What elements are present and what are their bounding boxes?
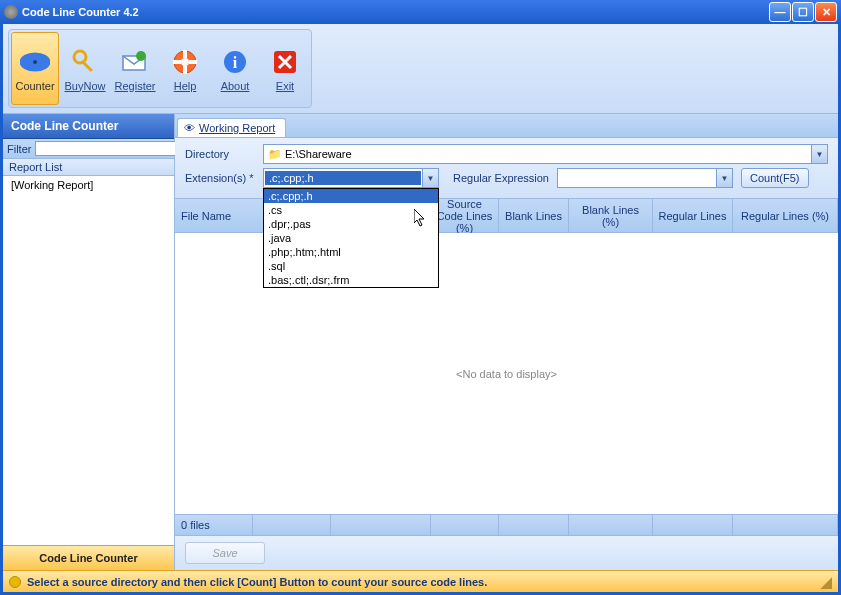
report-list-header: Report List xyxy=(3,159,174,176)
chevron-down-icon[interactable]: ▼ xyxy=(716,169,732,187)
filter-label: Filter xyxy=(7,143,31,155)
sidebar: Code Line Counter Filter Report List [Wo… xyxy=(3,114,175,570)
exit-button[interactable]: Exit xyxy=(261,32,309,105)
help-icon xyxy=(169,46,201,78)
svg-point-8 xyxy=(181,58,189,66)
col-blank-lines-pct[interactable]: Blank Lines (%) xyxy=(569,199,653,232)
dropdown-item[interactable]: .sql xyxy=(264,259,438,273)
tab-eye-icon: 👁 xyxy=(184,122,195,134)
exit-label: Exit xyxy=(276,80,294,92)
about-button[interactable]: i About xyxy=(211,32,259,105)
report-list[interactable]: [Working Report] xyxy=(3,176,174,545)
filter-row: Filter xyxy=(3,139,174,159)
regex-combo[interactable]: ▼ xyxy=(557,168,733,188)
maximize-button[interactable]: ☐ xyxy=(792,2,814,22)
register-icon xyxy=(119,46,151,78)
col-source-code-pct[interactable]: Source Code Lines (%) xyxy=(431,199,499,232)
tab-label: Working Report xyxy=(199,122,275,134)
dropdown-item[interactable]: .java xyxy=(264,231,438,245)
controls-panel: Directory 📁E:\Shareware ▼ Extension(s) *… xyxy=(175,138,838,199)
dropdown-item[interactable]: .cs xyxy=(264,203,438,217)
sidebar-footer: Code Line Counter xyxy=(3,545,174,570)
eye-icon xyxy=(19,46,51,78)
chevron-down-icon[interactable]: ▼ xyxy=(811,145,827,163)
dropdown-item[interactable]: .bas;.ctl;.dsr;.frm xyxy=(264,273,438,287)
tab-row: 👁 Working Report xyxy=(175,114,838,138)
svg-point-6 xyxy=(136,51,146,61)
folder-icon: 📁 xyxy=(268,148,282,160)
close-button[interactable]: ✕ xyxy=(815,2,837,22)
regex-label: Regular Expression xyxy=(453,172,549,184)
about-label: About xyxy=(221,80,250,92)
status-text: Select a source directory and then click… xyxy=(27,576,487,588)
no-data-text: <No data to display> xyxy=(456,368,557,380)
minimize-button[interactable]: — xyxy=(769,2,791,22)
counter-label: Counter xyxy=(15,80,54,92)
col-blank-lines[interactable]: Blank Lines xyxy=(499,199,569,232)
grid-footer: 0 files xyxy=(175,514,838,536)
buynow-button[interactable]: BuyNow xyxy=(61,32,109,105)
app-title: Code Line Counter 4.2 xyxy=(22,6,768,18)
directory-label: Directory xyxy=(185,148,263,160)
extensions-label: Extension(s) * xyxy=(185,172,263,184)
filter-input[interactable] xyxy=(35,141,179,156)
save-button[interactable]: Save xyxy=(185,542,265,564)
info-icon: i xyxy=(219,46,251,78)
svg-rect-10 xyxy=(183,66,187,74)
svg-rect-4 xyxy=(81,60,93,72)
svg-rect-9 xyxy=(183,50,187,58)
dropdown-item[interactable]: .php;.htm;.html xyxy=(264,245,438,259)
svg-text:i: i xyxy=(233,54,238,71)
main-toolbar: Counter BuyNow Register Help xyxy=(3,24,838,114)
counter-button[interactable]: Counter xyxy=(11,32,59,105)
dropdown-item[interactable]: .c;.cpp;.h xyxy=(264,189,438,203)
bulb-icon xyxy=(9,576,21,588)
app-icon xyxy=(4,5,18,19)
col-regular-lines[interactable]: Regular Lines xyxy=(653,199,733,232)
svg-rect-12 xyxy=(189,60,197,64)
status-bar: Select a source directory and then click… xyxy=(3,570,838,592)
titlebar: Code Line Counter 4.2 — ☐ ✕ xyxy=(0,0,841,24)
directory-combo[interactable]: 📁E:\Shareware ▼ xyxy=(263,144,828,164)
tab-working-report[interactable]: 👁 Working Report xyxy=(177,118,286,137)
key-icon xyxy=(69,46,101,78)
directory-value: 📁E:\Shareware xyxy=(264,148,811,161)
svg-point-2 xyxy=(33,60,37,64)
count-button[interactable]: Count(F5) xyxy=(741,168,809,188)
col-regular-lines-pct[interactable]: Regular Lines (%) xyxy=(733,199,838,232)
register-button[interactable]: Register xyxy=(111,32,159,105)
extensions-value: .c;.cpp;.h xyxy=(265,171,421,185)
save-bar: Save xyxy=(175,536,838,570)
resize-grip[interactable]: ◢ xyxy=(821,574,832,590)
sidebar-header: Code Line Counter xyxy=(3,114,174,139)
exit-icon xyxy=(269,46,301,78)
chevron-down-icon[interactable]: ▼ xyxy=(422,169,438,187)
extensions-combo[interactable]: .c;.cpp;.h ▼ .c;.cpp;.h .cs .dpr;.pas .j… xyxy=(263,168,439,188)
register-label: Register xyxy=(115,80,156,92)
buynow-label: BuyNow xyxy=(65,80,106,92)
file-count: 0 files xyxy=(175,515,253,535)
help-label: Help xyxy=(174,80,197,92)
dropdown-item[interactable]: .dpr;.pas xyxy=(264,217,438,231)
extensions-dropdown[interactable]: .c;.cpp;.h .cs .dpr;.pas .java .php;.htm… xyxy=(263,188,439,288)
svg-rect-11 xyxy=(173,60,181,64)
help-button[interactable]: Help xyxy=(161,32,209,105)
list-item[interactable]: [Working Report] xyxy=(9,178,168,192)
